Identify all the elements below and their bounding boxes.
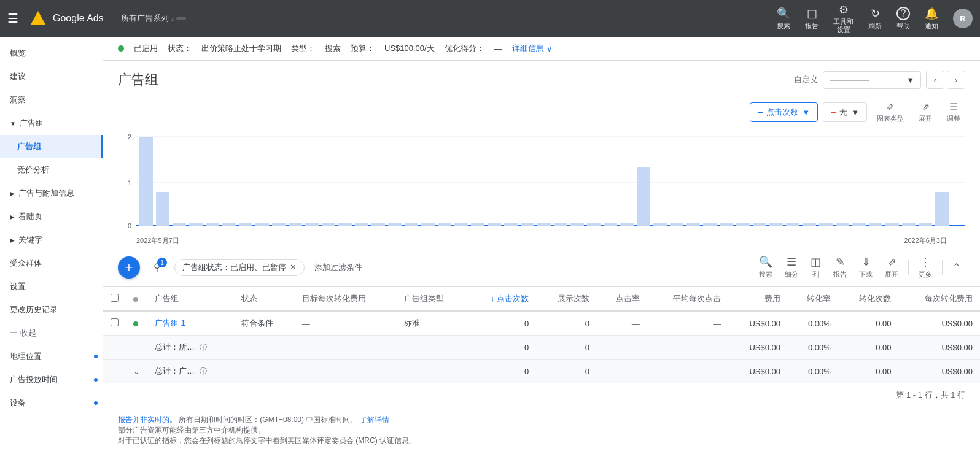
adjust-chart-btn[interactable]: ☰ 调整 <box>942 99 965 126</box>
chart-x-labels: 2022年5月7日 2022年6月3日 <box>118 234 965 248</box>
svg-rect-29 <box>504 223 518 226</box>
add-filter-btn[interactable]: 添加过滤条件 <box>312 260 365 275</box>
footer-line3: 对于已认证的指标，您会在列标题的悬停文字中看到美国媒体评定委员会 (MRC) 认… <box>118 436 965 446</box>
prev-arrow-btn[interactable]: ‹ <box>926 71 944 89</box>
col-ctr[interactable]: 点击率 <box>597 287 647 311</box>
detail-link[interactable]: 详细信息 ∨ <box>512 43 553 54</box>
sidebar-item-devices[interactable]: 设备 <box>0 391 103 415</box>
col-costperconv[interactable]: 每次转化费用 <box>898 287 980 311</box>
learn-link[interactable]: 了解详情 <box>360 415 389 424</box>
svg-rect-27 <box>471 223 484 226</box>
col-convrate[interactable]: 转化率 <box>788 287 838 311</box>
help-icon: ? <box>896 7 910 20</box>
chart-type-btn[interactable]: ✐ 图表类型 <box>872 99 909 126</box>
logo-text: Google Ads <box>53 13 104 24</box>
col-targetcpa[interactable]: 目标每次转化费用 <box>295 287 397 311</box>
table-header-row: 广告组 状态 目标每次转化费用 广告组类型 ↓ 点 <box>103 287 980 311</box>
sidebar-group-keywords-label: 关键字 <box>18 234 42 245</box>
refine-btn[interactable]: ☰ 细分 <box>780 253 803 282</box>
next-arrow-btn[interactable]: › <box>947 71 965 89</box>
sidebar-item-bid-analysis[interactable]: 竞价分析 <box>0 158 103 182</box>
sidebar-label-audience: 受众群体 <box>10 258 42 269</box>
select-all-checkbox[interactable] <box>111 294 119 302</box>
totals2-help-icon[interactable]: ⓘ <box>200 367 207 375</box>
svg-rect-8 <box>156 192 169 226</box>
totals2-checkbox <box>103 360 126 383</box>
report-link[interactable]: 报告并非实时的。 <box>118 415 177 424</box>
refine-label: 细分 <box>785 270 798 279</box>
sidebar-item-ad-schedule[interactable]: 广告投放时间 <box>0 368 103 391</box>
metric2-btn[interactable]: 无 ▼ <box>823 102 867 122</box>
row-adgroup: 广告组 1 <box>147 311 234 336</box>
hamburger-menu[interactable]: ☰ <box>7 11 18 26</box>
svg-rect-35 <box>604 223 617 226</box>
svg-rect-41 <box>703 223 717 226</box>
filter-button[interactable]: ⚲ 1 <box>147 258 167 277</box>
notifications-label: 通知 <box>925 21 938 31</box>
refresh-label: 刷新 <box>868 21 882 31</box>
col-checkbox[interactable] <box>103 287 126 311</box>
col-adgroup[interactable]: 广告组 <box>147 287 234 311</box>
totals2-expand[interactable]: ⌄ <box>126 360 147 383</box>
col-cost[interactable]: 费用 <box>728 287 788 311</box>
col-state[interactable]: 状态 <box>234 287 295 311</box>
divider <box>908 260 909 275</box>
add-button[interactable]: + <box>118 256 140 279</box>
refresh-action[interactable]: ↻ 刷新 <box>868 7 882 31</box>
report-btn[interactable]: ✎ 报告 <box>828 253 852 282</box>
sidebar-item-audience[interactable]: 受众群体 <box>0 252 103 275</box>
collapse-btn[interactable]: ⌃ <box>947 259 965 275</box>
col-avgcpc[interactable]: 平均每次点击 <box>647 287 728 311</box>
col-impressions[interactable]: 展示次数 <box>536 287 597 311</box>
table-row: 广告组 1 符合条件 — 标准 0 0 — — US$0.00 0.00% 0.… <box>103 311 980 336</box>
adgroup-link[interactable]: 广告组 1 <box>155 318 185 328</box>
breadcrumb-label[interactable]: 所有广告系列 <box>121 13 169 24</box>
row-convrate: 0.00% <box>788 311 838 336</box>
filter-chip[interactable]: 广告组状态：已启用、已暂停 ✕ <box>174 259 305 276</box>
customize-dropdown[interactable]: ─────── ▼ <box>823 71 921 89</box>
col-conversions[interactable]: 转化次数 <box>838 287 899 311</box>
chart-svg: 2 1 0 <box>118 131 965 232</box>
sidebar-item-change-history[interactable]: 更改历史记录 <box>0 298 103 321</box>
search-action[interactable]: 🔍 搜索 <box>777 7 790 31</box>
sidebar-item-collapse[interactable]: 一 收起 <box>0 321 103 345</box>
sidebar-item-insights[interactable]: 洞察 <box>0 88 103 112</box>
sidebar-item-recommendations[interactable]: 建议 <box>0 65 103 88</box>
page-footer: 报告并非实时的。 所有日期和时间的时区：(GMT+08:00) 中国标准时间。 … <box>103 407 980 453</box>
totals1-avgcpc: — <box>647 336 728 360</box>
col-clicks[interactable]: ↓ 点击次数 <box>467 287 536 311</box>
status-label: 状态： <box>168 43 192 54</box>
location-dot <box>94 355 98 358</box>
totals-row-2: ⌄ 总计：广… ⓘ 0 0 — — US$0.00 0.00% <box>103 360 980 383</box>
sidebar-group-landing[interactable]: ▶ 看陆页 <box>0 205 103 228</box>
more-btn[interactable]: ⋮ 更多 <box>914 253 937 282</box>
sidebar-item-location[interactable]: 地理位置 <box>0 345 103 368</box>
sort-arrow-icon: ↓ <box>491 294 497 303</box>
totals2-targetcpa <box>295 360 397 383</box>
download-btn[interactable]: ⇓ 下载 <box>854 253 877 282</box>
notifications-action[interactable]: 🔔 通知 <box>925 7 938 31</box>
sidebar-group-keywords[interactable]: ▶ 关键字 <box>0 228 103 252</box>
sidebar-item-settings[interactable]: 设置 <box>0 275 103 298</box>
sidebar-group-ads-info[interactable]: ▶ 广告与附加信息 <box>0 182 103 205</box>
row-select-checkbox[interactable] <box>111 318 119 326</box>
col-adgrouptype[interactable]: 广告组类型 <box>397 287 468 311</box>
reports-action[interactable]: ◫ 报告 <box>805 7 819 31</box>
user-avatar[interactable]: R <box>953 9 973 28</box>
tools-action[interactable]: ⚙ 工具和设置 <box>833 3 854 34</box>
sidebar-item-overview[interactable]: 概览 <box>0 42 103 65</box>
google-ads-logo: Google Ads <box>28 9 104 28</box>
sidebar-group-adgroups[interactable]: ▼ 广告组 <box>0 112 103 135</box>
totals1-help-icon[interactable]: ⓘ <box>200 343 207 352</box>
table-search-btn[interactable]: 🔍 搜索 <box>754 253 777 282</box>
adjust-icon: ☰ <box>949 101 958 113</box>
expand-table-btn[interactable]: ⇗ 展开 <box>880 253 903 282</box>
expand-icon: ⇗ <box>922 101 930 113</box>
expand-chart-btn[interactable]: ⇗ 展开 <box>914 99 937 126</box>
row-checkbox[interactable] <box>103 311 126 336</box>
metric1-btn[interactable]: 点击次数 ▼ <box>750 102 818 122</box>
sidebar-item-adgroups[interactable]: 广告组 <box>0 135 103 158</box>
table-toolbar: + ⚲ 1 广告组状态：已启用、已暂停 ✕ 添加过滤条件 🔍 搜索 ☰ 细分 <box>103 248 980 287</box>
columns-btn[interactable]: ◫ 列 <box>806 253 826 282</box>
help-action[interactable]: ? 帮助 <box>896 7 910 31</box>
